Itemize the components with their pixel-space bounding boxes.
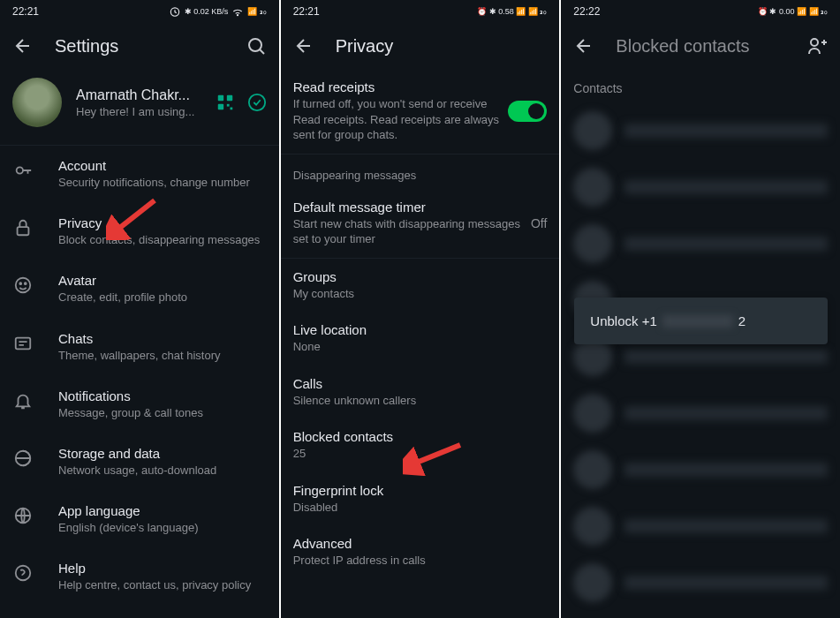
status-icons: ⏰ ✱ 0.58 📶 📶 ₃₀ (477, 7, 547, 16)
face-icon (12, 275, 34, 296)
menu-language[interactable]: App languageEnglish (device's language) (0, 491, 279, 548)
menu-notifications[interactable]: NotificationsMessage, group & call tones (0, 376, 279, 433)
privacy-screen: 22:21 ⏰ ✱ 0.58 📶 📶 ₃₀ Privacy Read recei… (281, 0, 560, 618)
status-time: 22:21 (293, 5, 320, 18)
search-icon[interactable] (246, 35, 267, 57)
lock-icon (12, 217, 34, 238)
contact-name-blurred (624, 350, 828, 364)
unblock-context-menu[interactable]: Unblock +1 2 (574, 298, 828, 344)
check-circle-icon[interactable] (247, 93, 267, 112)
page-title: Blocked contacts (616, 36, 785, 57)
contact-name-blurred (624, 124, 828, 138)
contact-avatar (573, 507, 612, 546)
svg-point-1 (249, 39, 261, 51)
timer-value: Off (531, 216, 547, 230)
timer-row[interactable]: Default message timer Start new chats wi… (281, 189, 560, 258)
location-row[interactable]: Live locationNone (281, 312, 560, 366)
menu-help[interactable]: HelpHelp centre, contact us, privacy pol… (0, 548, 279, 606)
contact-row[interactable] (561, 215, 840, 272)
status-time: 22:22 (573, 5, 600, 18)
contact-avatar (573, 224, 612, 263)
contact-name-blurred (624, 406, 828, 420)
svg-point-12 (25, 283, 26, 285)
contact-name-blurred (624, 237, 828, 251)
svg-rect-4 (217, 104, 223, 109)
profile-name: Amarnath Chakr... (76, 87, 201, 103)
wifi-icon (231, 5, 244, 18)
contact-row[interactable] (561, 441, 840, 498)
settings-list: AccountSecurity notifications, change nu… (0, 145, 279, 607)
status-bar: 22:21 ⏰ ✱ 0.58 📶 📶 ₃₀ (281, 0, 560, 23)
menu-privacy[interactable]: PrivacyBlock contacts, disappearing mess… (0, 203, 279, 260)
svg-rect-6 (230, 108, 232, 110)
contact-avatar (573, 111, 612, 150)
blocked-row[interactable]: Blocked contacts25 (281, 418, 560, 472)
back-icon[interactable] (12, 35, 34, 57)
contact-avatar (573, 168, 612, 207)
add-person-icon[interactable] (806, 35, 828, 57)
privacy-list: GroupsMy contacts Live locationNone Call… (281, 258, 560, 579)
menu-account[interactable]: AccountSecurity notifications, change nu… (0, 146, 279, 203)
status-bar: 22:22 ⏰ ✱ 0.00 📶 📶 ₃₀ (561, 0, 840, 23)
contacts-label: Contacts (561, 69, 840, 102)
blocked-screen: 22:22 ⏰ ✱ 0.00 📶 📶 ₃₀ Blocked contacts C… (561, 0, 840, 618)
page-title: Settings (55, 36, 224, 57)
back-icon[interactable] (573, 35, 594, 57)
header: Blocked contacts (561, 23, 840, 69)
read-receipts-row[interactable]: Read receipts If turned off, you won't s… (281, 69, 560, 154)
contact-name-blurred (624, 576, 828, 590)
status-icons: ⏰ ✱ 0.00 📶 📶 ₃₀ (758, 7, 828, 16)
contact-avatar (573, 450, 612, 489)
qr-icon[interactable] (216, 93, 235, 112)
bell-icon (12, 390, 34, 411)
blurred-number (662, 315, 733, 328)
back-icon[interactable] (293, 35, 314, 57)
menu-avatar[interactable]: AvatarCreate, edit, profile photo (0, 260, 279, 318)
menu-chats[interactable]: ChatsTheme, wallpapers, chat history (0, 319, 279, 376)
profile-row[interactable]: Amarnath Chakr... Hey there! I am using.… (0, 69, 279, 145)
contact-name-blurred (624, 180, 828, 194)
header: Privacy (281, 23, 560, 69)
avatar (12, 78, 62, 127)
status-time: 22:21 (12, 5, 39, 18)
menu-storage[interactable]: Storage and dataNetwork usage, auto-down… (0, 433, 279, 491)
fingerprint-row[interactable]: Fingerprint lockDisabled (281, 472, 560, 526)
advanced-row[interactable]: AdvancedProtect IP address in calls (281, 525, 560, 579)
contact-row[interactable] (561, 102, 840, 159)
disappearing-section: Disappearing messages Default message ti… (281, 154, 560, 258)
contact-row[interactable] (561, 554, 840, 611)
contact-name-blurred (624, 463, 828, 477)
svg-point-8 (17, 167, 23, 173)
groups-row[interactable]: GroupsMy contacts (281, 259, 560, 313)
status-bar: 22:21 ✱ 0.02 KB/s 📶 ₃₀ (0, 0, 279, 23)
key-icon (12, 160, 34, 181)
svg-rect-5 (227, 104, 230, 107)
svg-point-17 (811, 39, 818, 46)
svg-rect-13 (16, 337, 31, 349)
svg-rect-9 (18, 227, 29, 235)
contact-avatar (573, 394, 612, 433)
settings-screen: 22:21 ✱ 0.02 KB/s 📶 ₃₀ Settings Amarnath… (0, 0, 279, 618)
read-receipts-toggle[interactable] (508, 101, 547, 122)
contact-name-blurred (624, 519, 828, 533)
svg-point-10 (16, 278, 31, 293)
profile-actions (216, 93, 267, 112)
page-title: Privacy (336, 36, 548, 57)
unblock-suffix: 2 (738, 313, 745, 328)
alarm-icon (169, 5, 181, 18)
profile-status: Hey there! I am using... (76, 105, 201, 118)
contact-row[interactable] (561, 159, 840, 215)
globe-icon (12, 505, 34, 526)
data-icon (12, 448, 34, 469)
svg-rect-3 (227, 95, 232, 101)
status-icons: ✱ 0.02 KB/s 📶 ₃₀ (169, 5, 267, 18)
unblock-label: Unblock +1 (590, 313, 656, 328)
contact-row[interactable] (561, 385, 840, 441)
contact-row[interactable] (561, 498, 840, 554)
contact-avatar (573, 563, 612, 602)
svg-point-7 (249, 94, 265, 110)
section-header: Disappearing messages (281, 154, 560, 189)
calls-row[interactable]: CallsSilence unknown callers (281, 366, 560, 419)
header: Settings (0, 23, 279, 69)
svg-point-11 (19, 283, 21, 285)
